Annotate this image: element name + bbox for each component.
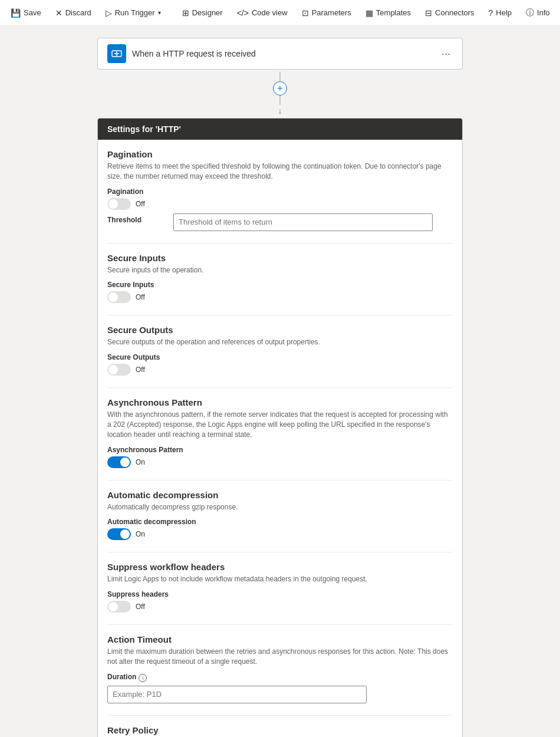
duration-input[interactable] (107, 686, 367, 703)
secure-inputs-section: Secure Inputs Secure inputs of the opera… (107, 253, 453, 304)
action-timeout-section: Action Timeout Limit the maximum duratio… (107, 634, 453, 703)
suppress-headers-toggle-label: Off (136, 603, 145, 611)
settings-body: Pagination Retrieve items to meet the sp… (98, 140, 462, 737)
help-icon: ? (489, 8, 493, 18)
secure-inputs-toggle-label: Off (136, 293, 145, 301)
divider-3 (107, 387, 453, 388)
auto-decompress-toggle[interactable] (107, 528, 131, 540)
secure-inputs-title: Secure Inputs (107, 253, 453, 263)
divider-5 (107, 552, 453, 552)
divider-2 (107, 315, 453, 315)
divider-6 (107, 624, 453, 625)
async-pattern-section: Asynchronous Pattern With the asynchrono… (107, 397, 453, 468)
suppress-headers-toggle[interactable] (107, 601, 131, 613)
info-icon: ⓘ (526, 8, 534, 18)
info-button[interactable]: ⓘ Info (520, 4, 556, 22)
secure-outputs-toggle-row: Off (107, 364, 453, 376)
run-trigger-button[interactable]: ▷ Run Trigger ▾ (100, 5, 167, 21)
designer-button[interactable]: ⊞ Designer (176, 5, 229, 21)
designer-icon: ⊞ (182, 8, 189, 18)
async-pattern-desc: With the asynchronous pattern, if the re… (107, 410, 453, 439)
code-view-button[interactable]: </> Code view (231, 5, 294, 21)
threshold-label: Threshold (107, 213, 166, 224)
suppress-headers-desc: Limit Logic Apps to not include workflow… (107, 574, 453, 584)
action-timeout-desc: Limit the maximum duration between the r… (107, 647, 453, 667)
secure-outputs-toggle[interactable] (107, 364, 131, 376)
code-icon: </> (237, 8, 249, 18)
pagination-section: Pagination Retrieve items to meet the sp… (107, 149, 453, 231)
secure-inputs-desc: Secure inputs of the operation. (107, 265, 453, 275)
async-pattern-label: Asynchronous Pattern (107, 446, 453, 454)
async-pattern-toggle-label: On (136, 458, 145, 466)
retry-policy-title: Retry Policy (107, 725, 453, 735)
auto-decompress-section: Automatic decompression Automatically de… (107, 490, 453, 541)
auto-decompress-toggle-label: On (136, 530, 145, 538)
templates-icon: ▦ (365, 8, 373, 18)
pagination-toggle-thumb (108, 199, 118, 209)
secure-outputs-desc: Secure outputs of the operation and refe… (107, 337, 453, 347)
add-step-button[interactable]: + (273, 81, 287, 96)
threshold-input[interactable] (173, 213, 433, 231)
threshold-row: Threshold (107, 213, 453, 231)
trigger-more-button[interactable]: ··· (439, 45, 453, 62)
async-pattern-title: Asynchronous Pattern (107, 397, 453, 407)
suppress-headers-label: Suppress headers (107, 590, 453, 598)
connector-line-top (279, 72, 281, 81)
trigger-title: When a HTTP request is received (132, 49, 433, 58)
help-button[interactable]: ? Help (483, 5, 518, 21)
suppress-headers-title: Suppress workflow headers (107, 562, 453, 572)
pagination-toggle-row: Off (107, 198, 453, 210)
secure-inputs-toggle[interactable] (107, 291, 131, 303)
auto-decompress-toggle-thumb (120, 529, 130, 539)
async-pattern-toggle-thumb (120, 458, 130, 467)
save-button[interactable]: 💾 Save (5, 5, 47, 21)
pagination-desc: Retrieve items to meet the specified thr… (107, 162, 453, 182)
dropdown-chevron-icon: ▾ (158, 9, 161, 16)
secure-inputs-toggle-thumb (108, 292, 118, 302)
async-pattern-toggle-row: On (107, 456, 453, 468)
duration-info-icon[interactable]: i (139, 674, 147, 682)
parameters-icon: ⊡ (302, 8, 309, 18)
settings-panel: Settings for 'HTTP' Pagination Retrieve … (97, 118, 463, 737)
async-pattern-toggle[interactable] (107, 456, 131, 468)
secure-outputs-section: Secure Outputs Secure outputs of the ope… (107, 325, 453, 376)
retry-policy-section: Retry Policy A retry policy applies to i… (107, 725, 453, 737)
trigger-block: When a HTTP request is received ··· (97, 38, 463, 70)
close-icon: ✕ (55, 8, 62, 18)
auto-decompress-title: Automatic decompression (107, 490, 453, 500)
discard-button[interactable]: ✕ Discard (50, 5, 97, 21)
templates-button[interactable]: ▦ Templates (360, 5, 417, 21)
pagination-title: Pagination (107, 149, 453, 159)
auto-decompress-label: Automatic decompression (107, 518, 453, 526)
secure-outputs-toggle-thumb (108, 365, 118, 374)
connector-line-bottom (279, 96, 281, 105)
connectors-button[interactable]: ⊟ Connectors (419, 5, 480, 21)
trigger-icon (107, 44, 126, 63)
connector-arrow: ↓ (278, 106, 282, 116)
pagination-toggle[interactable] (107, 198, 131, 210)
secure-inputs-label: Secure Inputs (107, 281, 453, 289)
duration-label-row: Duration i (107, 673, 453, 683)
canvas: When a HTTP request is received ··· + ↓ … (0, 26, 560, 737)
suppress-headers-section: Suppress workflow headers Limit Logic Ap… (107, 562, 453, 613)
pagination-label: Pagination (107, 187, 453, 196)
suppress-headers-toggle-row: Off (107, 601, 453, 613)
divider-7 (107, 715, 453, 716)
parameters-button[interactable]: ⊡ Parameters (296, 5, 357, 21)
secure-outputs-label: Secure Outputs (107, 353, 453, 361)
connectors-icon: ⊟ (425, 8, 432, 18)
divider-1 (107, 243, 453, 244)
save-icon: 💾 (11, 8, 21, 18)
duration-label: Duration (107, 673, 136, 681)
suppress-headers-toggle-thumb (108, 602, 118, 611)
pagination-toggle-label: Off (136, 200, 145, 208)
secure-inputs-toggle-row: Off (107, 291, 453, 303)
auto-decompress-toggle-row: On (107, 528, 453, 540)
play-icon: ▷ (106, 8, 112, 18)
divider-4 (107, 480, 453, 481)
connector: + ↓ (273, 72, 287, 116)
settings-header: Settings for 'HTTP' (98, 119, 462, 140)
action-timeout-title: Action Timeout (107, 634, 453, 644)
toolbar: 💾 Save ✕ Discard ▷ Run Trigger ▾ ⊞ Desig… (0, 0, 560, 26)
secure-outputs-title: Secure Outputs (107, 325, 453, 335)
